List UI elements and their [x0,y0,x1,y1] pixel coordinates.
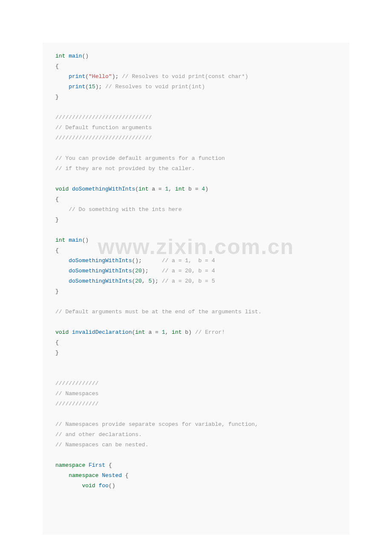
code-block: int main() { print("Hello"); // Resolves… [43,43,349,535]
comment: // Default arguments must be at the end … [55,309,262,315]
ns-name: First [85,462,105,468]
brace: { [55,247,59,254]
paren: ( [85,84,89,90]
brace: } [55,217,59,223]
paren: ( [135,186,138,192]
call: doSomethingWithInts [55,278,132,284]
paren: ) [205,186,208,192]
comment-sep: ///////////// [55,401,98,407]
num: 4 [202,186,205,192]
comment: // Resolves to void print(const char*) [118,73,248,80]
kw-void: void [55,483,95,489]
kw-namespace: namespace [55,462,85,468]
brace: { [55,196,59,202]
call: doSomethingWithInts [55,268,132,274]
comment: // a = 1, b = 4 [142,257,215,264]
ns-name: Nested [98,472,122,479]
kw-int: int [138,186,148,192]
brace: { [55,63,59,69]
fn-main: main [65,237,82,243]
num: 1 [162,329,165,335]
comma: , [165,329,172,335]
text: b) [182,329,192,335]
comment-sep: ///////////////////////////// [55,114,152,121]
paren: ); [112,73,119,80]
comment: // Do something with the ints here [55,206,182,213]
fn-foo: foo [95,483,109,489]
kw-int: int [55,53,65,59]
paren: ); [95,84,102,90]
text: a = [148,186,165,192]
parens: () [109,483,115,489]
call-print: print [55,84,85,90]
comment-sep: ///////////// [55,380,98,387]
comment: // Error! [192,329,225,335]
parens: () [82,237,89,243]
comma: , [168,186,175,192]
parens: () [82,53,89,59]
brace: } [55,350,59,356]
brace: { [122,472,129,479]
num-lit: 15 [89,84,95,90]
comment: // a = 20, b = 5 [159,278,215,284]
kw-void: void [55,186,69,192]
paren: ( [85,73,89,80]
fn-decl: invalidDeclaration [69,329,132,335]
kw-namespace: namespace [55,472,98,479]
fn-decl: doSomethingWithInts [69,186,135,192]
brace: } [55,94,59,100]
paren: ); [152,278,159,284]
text: b = [185,186,202,192]
comment: // a = 20, b = 4 [148,268,215,274]
kw-int: int [175,186,185,192]
paren: ); [142,268,149,274]
kw-int: int [55,237,65,243]
fn-main: main [65,53,82,59]
brace: } [55,288,59,295]
parens: (); [132,257,141,264]
comment-sep: ///////////////////////////// [55,135,152,141]
comment: // Default function arguments [55,124,152,131]
brace: { [55,339,59,346]
comment: // Namespaces [55,390,98,397]
comment: // Namespaces provide separate scopes fo… [55,421,258,428]
text: a = [145,329,162,335]
kw-int: int [135,329,145,335]
comment: // Resolves to void print(int) [102,84,205,90]
brace: { [105,462,112,468]
comment: // You can provide default arguments for… [55,155,225,162]
comment: // and other declarations. [55,431,142,438]
comment: // if they are not provided by the calle… [55,165,195,172]
kw-int: int [172,329,182,335]
call: doSomethingWithInts [55,257,132,264]
num: 20 [135,278,142,284]
kw-void: void [55,329,69,335]
num: 20 [135,268,142,274]
string-lit: "Hello" [89,73,112,80]
comment: // Namespaces can be nested. [55,442,148,448]
call-print: print [55,73,85,80]
comma: , [142,278,149,284]
